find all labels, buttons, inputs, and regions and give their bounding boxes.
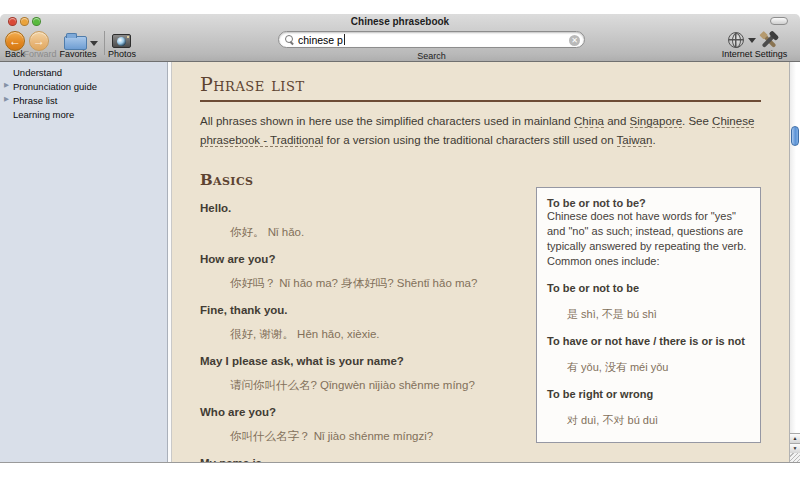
phrase-translation: 是 shì, 不是 bú shì — [567, 307, 750, 322]
wiki-link[interactable]: Singapore — [630, 115, 682, 128]
scroll-down-button[interactable]: ▼ — [790, 443, 800, 453]
clear-search-icon[interactable]: ✕ — [569, 35, 580, 46]
sidebar-item-phrase-list[interactable]: ▶Phrase list — [0, 93, 167, 107]
disclosure-triangle-icon[interactable]: ▶ — [4, 95, 9, 103]
sidebar-item-label: Pronunciation guide — [13, 81, 97, 92]
sidebar-item-learning-more[interactable]: Learning more — [0, 107, 167, 121]
infobox-entries: To be or not to be是 shì, 不是 bú shìTo hav… — [547, 282, 750, 428]
phrase-english: Hello. — [200, 202, 545, 214]
internet-globe-icon[interactable] — [728, 32, 744, 48]
phrase-english: To be right or wrong — [547, 388, 750, 400]
infobox-title: To be or not to be? — [547, 197, 750, 209]
scroll-up-button[interactable]: ▲ — [790, 433, 800, 443]
search-label: Search — [278, 51, 585, 61]
resize-grip[interactable] — [790, 453, 800, 462]
app-window: Chinese phrasebook ← Back → Forward Favo… — [0, 14, 800, 463]
phrase-translation: 有 yǒu, 没有 méi yǒu — [567, 360, 750, 375]
photos-button-label: Photos — [104, 49, 140, 59]
search-input[interactable]: chinese p ✕ — [278, 31, 585, 48]
back-button[interactable]: ← — [5, 31, 25, 51]
sidebar-item-pronunciation-guide[interactable]: ▶Pronunciation guide — [0, 79, 167, 93]
scrollbar-track[interactable] — [790, 62, 800, 433]
infobox-body: Chinese does not have words for "yes" an… — [547, 209, 750, 269]
favorites-button-label: Favorites — [57, 49, 99, 59]
sidebar-list: Understand▶Pronunciation guide▶Phrase li… — [0, 65, 167, 121]
phrase-translation: 请问你叫什么名? Qǐngwèn nǐjiào shěnme míng? — [230, 378, 545, 393]
sidebar: Understand▶Pronunciation guide▶Phrase li… — [0, 62, 168, 462]
settings-tools-icon[interactable] — [758, 31, 780, 49]
toolbar-toggle-button[interactable] — [770, 17, 788, 25]
window-title: Chinese phrasebook — [0, 16, 800, 27]
page-title: Phrase list — [200, 73, 761, 102]
forward-button-label: Forward — [21, 49, 59, 59]
search-query-text: chinese p — [298, 34, 343, 46]
phrase-english: To be or not to be — [547, 282, 750, 294]
phrase-english: How are you? — [200, 253, 545, 265]
phrase-list: Hello.你好。 Nǐ hǎo.How are you?你好吗？ Nǐ hǎo… — [200, 202, 545, 462]
phrase-english: My name is ______ . — [200, 457, 545, 462]
forward-button[interactable]: → — [29, 31, 49, 51]
main-area: Understand▶Pronunciation guide▶Phrase li… — [0, 62, 800, 462]
phrase-translation: 你叫什么名字？ Nǐ jiào shénme míngzi? — [230, 429, 545, 444]
sidebar-item-label: Understand — [13, 67, 62, 78]
phrase-english: Who are you? — [200, 406, 545, 418]
favorites-dropdown-arrow-icon[interactable] — [90, 41, 98, 46]
sidebar-item-label: Phrase list — [13, 95, 57, 106]
vertical-scrollbar[interactable]: ▲ ▼ — [789, 62, 800, 462]
phrase-translation: 你好。 Nǐ hǎo. — [230, 225, 545, 240]
wiki-link[interactable]: China — [574, 115, 604, 128]
window-chrome: Chinese phrasebook ← Back → Forward Favo… — [0, 14, 800, 62]
wiki-link[interactable]: Taiwan — [617, 134, 653, 147]
phrase-translation: 对 duì, 不对 bú duì — [567, 413, 750, 428]
scrollbar-thumb[interactable] — [791, 126, 799, 146]
back-icon: ← — [9, 34, 21, 48]
content-pane: Phrase list All phrases shown in here us… — [172, 62, 789, 462]
phrase-english: May I please ask, what is your name? — [200, 355, 545, 367]
settings-button-label: Settings — [751, 49, 791, 59]
photos-camera-icon[interactable] — [112, 34, 131, 48]
phrase-translation: 很好, 谢谢。 Hěn hǎo, xièxie. — [230, 327, 545, 342]
disclosure-triangle-icon[interactable]: ▶ — [4, 81, 9, 89]
sidebar-item-understand[interactable]: Understand — [0, 65, 167, 79]
phrase-english: Fine, thank you. — [200, 304, 545, 316]
internet-dropdown-arrow-icon[interactable] — [748, 38, 756, 43]
sidebar-item-label: Learning more — [13, 109, 74, 120]
phrase-translation: 你好吗？ Nǐ hǎo ma? 身体好吗? Shēntǐ hǎo ma? — [230, 276, 545, 291]
search-icon — [285, 35, 295, 45]
forward-icon: → — [33, 34, 45, 48]
text-caret — [344, 34, 345, 45]
search-area: chinese p ✕ Search — [278, 31, 585, 61]
title-bar[interactable]: Chinese phrasebook — [0, 14, 800, 29]
toolbar: ← Back → Forward Favorites Photos chines… — [0, 29, 800, 62]
intro-paragraph: All phrases shown in here use the simpli… — [200, 112, 764, 150]
infobox: To be or not to be? Chinese does not hav… — [536, 187, 761, 443]
favorites-folder-icon[interactable] — [64, 36, 87, 50]
phrase-english: To have or not have / there is or is not — [547, 335, 750, 347]
